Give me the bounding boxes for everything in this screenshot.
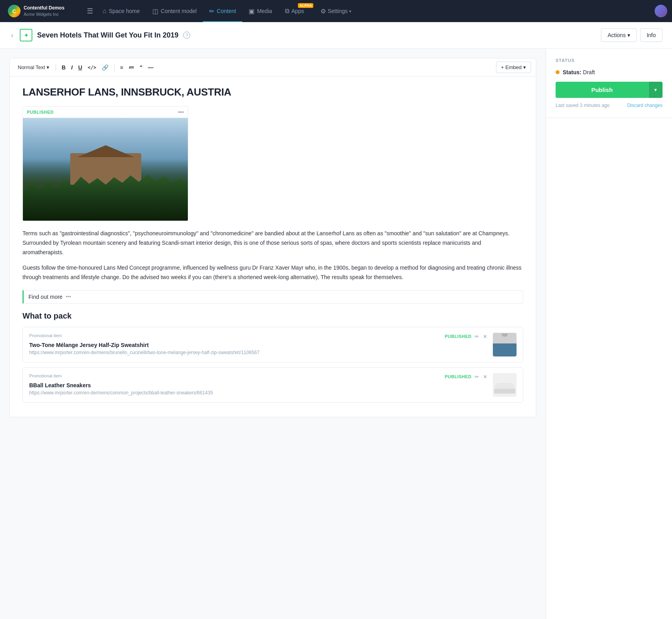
nav-label-media: Media xyxy=(257,8,272,14)
nav-right xyxy=(655,5,667,17)
status-text: Status: Draft xyxy=(563,69,595,75)
title-right: Actions ▾ Info xyxy=(601,28,663,42)
promo-item-2-type: Promotional item xyxy=(29,373,62,378)
editor-area: Normal Text ▾ B I U </> 🔗 ≡ ≔ " — + Embe… xyxy=(0,49,546,619)
rich-text-editor[interactable]: LANSERHOF LANS, INNSBRUCK, AUSTRIA PUBLI… xyxy=(9,76,536,417)
hr-button[interactable]: — xyxy=(146,63,156,72)
nav-item-apps[interactable]: ⧉ Apps ALPHA xyxy=(279,0,316,22)
promo-item-2-close-button[interactable]: ✕ xyxy=(482,373,488,381)
save-info: Last saved 3 minutes ago Discard changes xyxy=(556,103,663,108)
italic-button[interactable]: I xyxy=(69,63,75,72)
apps-icon: ⧉ xyxy=(285,8,289,15)
promo-item-2-edit-button[interactable]: ✏ xyxy=(474,373,480,381)
actions-button[interactable]: Actions ▾ xyxy=(601,28,637,42)
body-paragraph-2: Guests follow the time-honoured Lans Med… xyxy=(22,263,523,282)
link-button[interactable]: 🔗 xyxy=(99,63,111,72)
find-out-more-menu-button[interactable]: ••• xyxy=(66,294,71,300)
nav-label-content-model: Content model xyxy=(161,8,197,14)
alpha-badge: ALPHA xyxy=(298,3,313,8)
logo-icon: C xyxy=(8,5,21,17)
org-name: Acme Widgets Inc xyxy=(24,11,64,17)
toolbar-divider-2 xyxy=(114,64,114,71)
company-name: Contentful Demos xyxy=(24,5,64,11)
embed-chevron-icon: ▾ xyxy=(523,64,526,70)
content-wrapper: ‹ ✦ Seven Hotels That Will Get You Fit I… xyxy=(0,22,672,619)
promo-item-1-actions: PUBLISHED ✏ ✕ xyxy=(445,333,488,340)
promo-item-1-type: Promotional item xyxy=(29,333,62,338)
promo-item-2-actions: PUBLISHED ✏ ✕ xyxy=(445,373,488,381)
sweatshirt-image xyxy=(493,333,517,356)
asset-wrapper: PUBLISHED ••• xyxy=(23,107,188,221)
nav-label-content: Content xyxy=(217,8,236,14)
publish-dropdown-button[interactable]: ▾ xyxy=(648,82,663,98)
nav-item-space-home[interactable]: ⌂ Space home xyxy=(96,0,146,22)
hamburger-button[interactable]: ☰ xyxy=(84,4,96,19)
bullet-list-button[interactable]: ≡ xyxy=(118,63,125,72)
promo-item-1-edit-button[interactable]: ✏ xyxy=(474,333,480,340)
section-heading-what-to-pack: What to pack xyxy=(22,311,523,321)
nav-label-settings: Settings xyxy=(328,8,348,14)
top-navigation: C Contentful Demos Acme Widgets Inc ☰ ⌂ … xyxy=(0,0,672,22)
back-button[interactable]: ‹ xyxy=(9,30,15,41)
promo-item-1-url: https://www.mrporter.com/en-de/mens/brun… xyxy=(29,350,488,355)
main-layout: Normal Text ▾ B I U </> 🔗 ≡ ≔ " — + Embe… xyxy=(0,49,672,619)
status-section-title: STATUS xyxy=(556,58,663,63)
embedded-asset-block: PUBLISHED ••• xyxy=(22,106,188,221)
entry-type-icon: ✦ xyxy=(20,29,32,41)
find-out-more-block[interactable]: Find out more ••• xyxy=(22,290,523,304)
bold-button[interactable]: B xyxy=(59,63,68,72)
settings-chevron-icon: ▾ xyxy=(349,9,351,13)
status-row: Status: Draft xyxy=(556,69,663,75)
user-avatar[interactable] xyxy=(655,5,667,17)
info-label: Info xyxy=(647,32,656,38)
help-icon[interactable]: ? xyxy=(183,32,190,39)
nav-label-space-home: Space home xyxy=(109,8,140,14)
settings-icon: ⚙ xyxy=(320,8,326,15)
sneakers-image xyxy=(493,373,517,397)
nav-label-apps: Apps xyxy=(292,8,304,14)
promo-item-2-image xyxy=(493,373,517,397)
article-heading: LANSERHOF LANS, INNSBRUCK, AUSTRIA xyxy=(22,86,523,98)
status-label: Status: xyxy=(563,69,581,75)
promo-item-1-content: Promotional item PUBLISHED ✏ ✕ Two-Tone … xyxy=(29,333,488,355)
title-bar: ‹ ✦ Seven Hotels That Will Get You Fit I… xyxy=(0,22,672,49)
discard-changes-link[interactable]: Discard changes xyxy=(627,103,663,108)
find-out-more-text: Find out more xyxy=(28,294,62,300)
code-button[interactable]: </> xyxy=(85,63,99,72)
publish-button-group: Publish ▾ xyxy=(556,82,663,98)
home-icon: ⌂ xyxy=(103,8,107,15)
promo-item-1-status: PUBLISHED xyxy=(445,334,472,339)
promo-item-1-header: Promotional item PUBLISHED ✏ ✕ xyxy=(29,333,488,340)
promo-item-1-name: Two-Tone Mélange Jersey Half-Zip Sweatsh… xyxy=(29,342,488,348)
promo-item-2-url: https://www.mrporter.com/en-de/mens/comm… xyxy=(29,390,488,396)
body-paragraph-1: Terms such as "gastrointestinal diagnost… xyxy=(22,229,523,257)
embed-button[interactable]: + Embed ▾ xyxy=(496,62,531,73)
logo-area[interactable]: C Contentful Demos Acme Widgets Inc xyxy=(5,5,84,17)
title-left: ‹ ✦ Seven Hotels That Will Get You Fit I… xyxy=(9,29,190,41)
formatting-toolbar: Normal Text ▾ B I U </> 🔗 ≡ ≔ " — + Embe… xyxy=(9,58,536,76)
status-value: Draft xyxy=(583,69,595,75)
nav-item-settings[interactable]: ⚙ Settings ▾ xyxy=(316,0,356,22)
ordered-list-button[interactable]: ≔ xyxy=(126,63,137,72)
status-section: STATUS Status: Draft Publish ▾ Last save… xyxy=(546,49,672,118)
nav-item-content-model[interactable]: ◫ Content model xyxy=(146,0,203,22)
toolbar-divider-1 xyxy=(56,64,56,71)
promo-item-2-status: PUBLISHED xyxy=(445,374,472,379)
nav-item-content[interactable]: ✏ Content xyxy=(203,0,242,22)
text-style-selector[interactable]: Normal Text ▾ xyxy=(15,63,52,72)
toolbar-right: + Embed ▾ xyxy=(496,62,531,73)
publish-dropdown-icon: ▾ xyxy=(654,87,657,93)
save-time-text: Last saved 3 minutes ago xyxy=(556,103,610,108)
underline-button[interactable]: U xyxy=(76,63,84,72)
publish-button[interactable]: Publish xyxy=(556,82,648,98)
promo-item-1-close-button[interactable]: ✕ xyxy=(482,333,488,340)
actions-label: Actions xyxy=(608,32,626,38)
text-style-label: Normal Text xyxy=(18,64,45,70)
nav-item-media[interactable]: ▣ Media xyxy=(242,0,278,22)
promo-item-2-content: Promotional item PUBLISHED ✏ ✕ BBall Lea… xyxy=(29,373,488,396)
sidebar: STATUS Status: Draft Publish ▾ Last save… xyxy=(546,49,672,619)
asset-menu-button[interactable]: ••• xyxy=(178,109,184,115)
quote-button[interactable]: " xyxy=(137,63,145,72)
info-button[interactable]: Info xyxy=(640,28,663,42)
nav-items: ⌂ Space home ◫ Content model ✏ Content ▣… xyxy=(96,0,655,22)
